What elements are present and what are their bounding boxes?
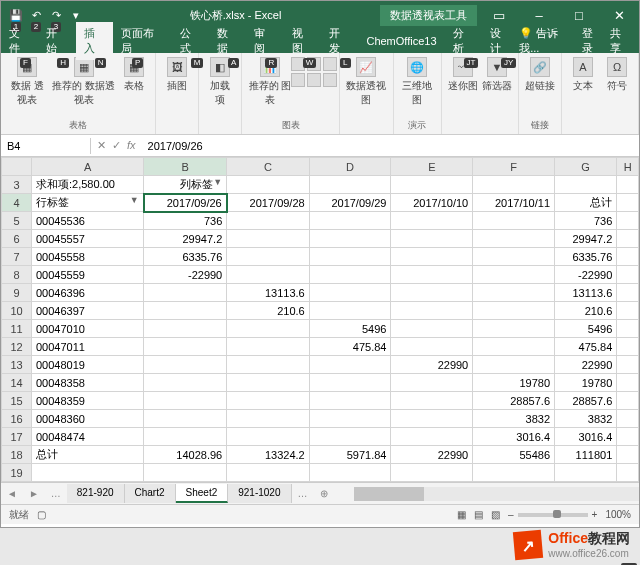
cell[interactable]: 2017/09/26 bbox=[144, 194, 227, 212]
cell[interactable] bbox=[473, 356, 555, 374]
symbol-button[interactable]: Ω符号 bbox=[602, 57, 632, 93]
cell[interactable] bbox=[227, 338, 309, 356]
cell[interactable] bbox=[391, 266, 473, 284]
row-header[interactable]: 13 bbox=[2, 356, 32, 374]
cell[interactable] bbox=[227, 374, 309, 392]
filter-dropdown-icon[interactable]: ▼ bbox=[130, 195, 139, 205]
zoom-slider[interactable]: –+ bbox=[508, 509, 597, 520]
cell[interactable]: 求和项:2,580.00 bbox=[32, 176, 144, 194]
cell[interactable] bbox=[144, 410, 227, 428]
tell-me[interactable]: 💡 告诉我... bbox=[519, 26, 576, 56]
row-header[interactable]: 11 bbox=[2, 320, 32, 338]
cell[interactable] bbox=[309, 428, 391, 446]
cell[interactable] bbox=[391, 302, 473, 320]
cell[interactable] bbox=[473, 248, 555, 266]
cell[interactable] bbox=[227, 230, 309, 248]
row-header[interactable]: 6 bbox=[2, 230, 32, 248]
column-header[interactable]: F bbox=[473, 158, 555, 176]
fx-icon[interactable]: fx bbox=[127, 139, 136, 152]
cell[interactable] bbox=[473, 266, 555, 284]
cell[interactable]: 22990 bbox=[555, 356, 617, 374]
cell[interactable]: 5496 bbox=[309, 320, 391, 338]
cell[interactable]: 6335.76 bbox=[555, 248, 617, 266]
cell[interactable]: 14028.96 bbox=[144, 446, 227, 464]
cell[interactable]: 00045557 bbox=[32, 230, 144, 248]
cell[interactable] bbox=[391, 248, 473, 266]
cell[interactable] bbox=[144, 374, 227, 392]
enter-icon[interactable]: ✓ bbox=[112, 139, 121, 152]
cell[interactable] bbox=[309, 356, 391, 374]
cell[interactable]: 2017/09/29 bbox=[309, 194, 391, 212]
cell[interactable] bbox=[227, 266, 309, 284]
cell[interactable] bbox=[309, 464, 391, 482]
cell[interactable] bbox=[617, 392, 639, 410]
hyperlink-button[interactable]: 🔗超链接 bbox=[525, 57, 555, 93]
cell[interactable]: 5971.84 bbox=[309, 446, 391, 464]
cell[interactable] bbox=[144, 302, 227, 320]
cell[interactable] bbox=[227, 428, 309, 446]
cell[interactable]: 2017/10/11 bbox=[473, 194, 555, 212]
cell[interactable]: 00047011 bbox=[32, 338, 144, 356]
cell[interactable] bbox=[309, 230, 391, 248]
maximize-button[interactable]: □ bbox=[561, 2, 597, 28]
cell[interactable] bbox=[309, 212, 391, 230]
cell[interactable] bbox=[617, 446, 639, 464]
row-header[interactable]: 16 bbox=[2, 410, 32, 428]
cell[interactable]: 19780 bbox=[473, 374, 555, 392]
cell[interactable] bbox=[617, 176, 639, 194]
tab-layout[interactable]: 页面布局P bbox=[113, 22, 172, 60]
cell[interactable] bbox=[309, 392, 391, 410]
tab-design[interactable]: 设计JY bbox=[482, 22, 519, 60]
cell[interactable] bbox=[227, 176, 309, 194]
illustrations-button[interactable]: 🖼插图 bbox=[162, 57, 192, 93]
cell[interactable]: 736 bbox=[144, 212, 227, 230]
cell[interactable] bbox=[391, 212, 473, 230]
tab-formula[interactable]: 公式M bbox=[172, 22, 209, 60]
tab-review[interactable]: 审阅R bbox=[246, 22, 283, 60]
cell[interactable]: 00048019 bbox=[32, 356, 144, 374]
cell[interactable]: 3016.4 bbox=[473, 428, 555, 446]
cell[interactable]: 总计 bbox=[32, 446, 144, 464]
cell[interactable] bbox=[391, 428, 473, 446]
cell[interactable] bbox=[309, 284, 391, 302]
tab-file[interactable]: 文件F bbox=[1, 22, 38, 60]
row-header[interactable]: 5 bbox=[2, 212, 32, 230]
view-normal-icon[interactable]: ▦ bbox=[457, 509, 466, 520]
cell[interactable] bbox=[391, 230, 473, 248]
cell[interactable]: 2017/09/28 bbox=[227, 194, 309, 212]
cell[interactable]: 111801 bbox=[555, 446, 617, 464]
cell[interactable]: 210.6 bbox=[555, 302, 617, 320]
cell[interactable] bbox=[309, 176, 391, 194]
row-header[interactable]: 14 bbox=[2, 374, 32, 392]
cancel-icon[interactable]: ✕ bbox=[97, 139, 106, 152]
record-macro-icon[interactable]: ▢ bbox=[37, 509, 46, 520]
cell[interactable] bbox=[391, 284, 473, 302]
cell[interactable] bbox=[227, 248, 309, 266]
cell[interactable] bbox=[144, 356, 227, 374]
tab-data[interactable]: 数据A bbox=[209, 22, 246, 60]
row-header[interactable]: 10 bbox=[2, 302, 32, 320]
tab-dev[interactable]: 开发L bbox=[321, 22, 358, 60]
cell[interactable] bbox=[617, 410, 639, 428]
minimize-button[interactable]: – bbox=[521, 2, 557, 28]
cell[interactable]: 00046396 bbox=[32, 284, 144, 302]
column-header[interactable]: H bbox=[617, 158, 639, 176]
cell[interactable]: 2017/10/10 bbox=[391, 194, 473, 212]
cell[interactable]: 22990 bbox=[391, 446, 473, 464]
cell[interactable] bbox=[391, 374, 473, 392]
row-header[interactable]: 9 bbox=[2, 284, 32, 302]
cell[interactable] bbox=[227, 356, 309, 374]
cell[interactable] bbox=[144, 464, 227, 482]
horizontal-scrollbar[interactable] bbox=[354, 487, 640, 501]
row-header[interactable]: 12 bbox=[2, 338, 32, 356]
tab-chem[interactable]: ChemOffice13 bbox=[358, 31, 444, 51]
cell[interactable]: 22990 bbox=[391, 356, 473, 374]
text-button[interactable]: A文本 bbox=[568, 57, 598, 93]
cell[interactable]: -22990 bbox=[144, 266, 227, 284]
tab-analyze[interactable]: 分析JT bbox=[445, 22, 482, 60]
cell[interactable] bbox=[473, 230, 555, 248]
sheet-tab[interactable]: Chart2 bbox=[125, 484, 176, 503]
cell[interactable] bbox=[144, 338, 227, 356]
cell[interactable]: 00045558 bbox=[32, 248, 144, 266]
cell[interactable] bbox=[473, 464, 555, 482]
